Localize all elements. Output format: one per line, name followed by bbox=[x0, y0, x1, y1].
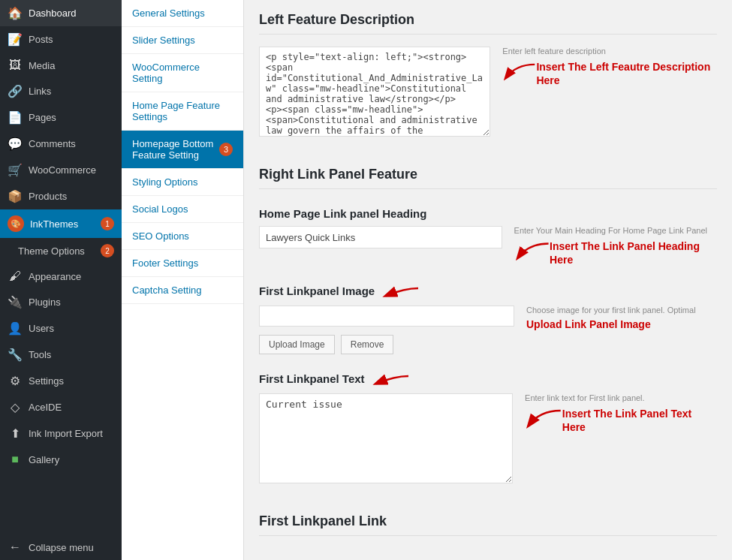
sidebar-item-label: Posts bbox=[29, 34, 53, 45]
first-linkpanel-text-title-text: First Linkpanel Text bbox=[259, 372, 365, 385]
sidebar-item-comments[interactable]: 💬 Comments bbox=[0, 131, 122, 157]
first-linkpanel-text-annotation-text: Insert The Link Panel Text Here bbox=[562, 407, 717, 434]
home-page-link-panel-heading-row: Enter Your Main Heading For Home Page Li… bbox=[259, 226, 717, 266]
first-linkpanel-text-arrow-icon bbox=[372, 372, 410, 387]
first-linkpanel-link-title: First Linkpanel Link bbox=[259, 501, 717, 536]
comments-icon: 💬 bbox=[8, 137, 23, 151]
left-feature-hint: Enter left feature description bbox=[502, 47, 606, 56]
sidebar-item-plugins[interactable]: 🔌 Plugins bbox=[0, 289, 122, 315]
sub-nav-woocommerce-setting[interactable]: WooCommerce Setting bbox=[122, 54, 243, 92]
first-linkpanel-image-hint: Choose image for your first link panel. … bbox=[526, 306, 696, 315]
left-feature-description-textarea[interactable]: <p style="text-align: left;"><strong><sp… bbox=[259, 47, 490, 137]
sub-nav-label: Home Page Feature Settings bbox=[132, 100, 220, 122]
home-page-link-panel-heading-label: Home Page Link panel Heading bbox=[259, 207, 717, 220]
remove-image-button[interactable]: Remove bbox=[341, 335, 394, 354]
link-panel-heading-annotation-text: Insert The Link Panel Heading Here bbox=[550, 239, 717, 266]
first-linkpanel-image-annotation-text: Upload Link Panel Image bbox=[526, 318, 651, 331]
sidebar-item-dashboard[interactable]: 🏠 Dashboard bbox=[0, 0, 122, 26]
sub-nav-label: Captcha Setting bbox=[132, 285, 202, 296]
first-linkpanel-text-arrow-annotation: Insert The Link Panel Text Here bbox=[525, 407, 717, 434]
sidebar-item-settings[interactable]: ⚙ Settings bbox=[0, 368, 122, 394]
sidebar-item-links[interactable]: 🔗 Links bbox=[0, 78, 122, 104]
sub-nav-general-settings[interactable]: General Settings bbox=[122, 0, 243, 27]
first-linkpanel-image-group: First Linkpanel Image Choose image for y… bbox=[259, 285, 717, 354]
sidebar-item-ink-import-export[interactable]: ⬆ Ink Import Export bbox=[0, 420, 122, 447]
sub-nav-home-page-feature-settings[interactable]: Home Page Feature Settings bbox=[122, 92, 243, 131]
sub-nav-styling-options[interactable]: Styling Options bbox=[122, 169, 243, 196]
sub-nav-captcha-setting[interactable]: Captcha Setting bbox=[122, 277, 243, 304]
right-link-panel-feature-group: Right Link Panel Feature bbox=[259, 155, 717, 189]
sub-nav-footer-settings[interactable]: Footer Settings bbox=[122, 250, 243, 277]
settings-icon: ⚙ bbox=[8, 374, 23, 388]
sub-nav-slider-settings[interactable]: Slider Settings bbox=[122, 27, 243, 54]
sub-nav-label: Slider Settings bbox=[132, 35, 195, 46]
sidebar-item-label: WooCommerce bbox=[29, 164, 96, 176]
first-linkpanel-text-label: First Linkpanel Text bbox=[259, 372, 717, 387]
sidebar-item-users[interactable]: 👤 Users bbox=[0, 315, 122, 342]
sub-nav-label: Footer Settings bbox=[132, 257, 198, 269]
sub-nav-homepage-bottom-feature-setting[interactable]: Homepage Bottom Feature Setting 3 bbox=[122, 131, 243, 169]
left-feature-arrow-icon bbox=[502, 60, 536, 83]
plugins-icon: 🔌 bbox=[8, 295, 23, 309]
first-linkpanel-text-arrow-icon2 bbox=[525, 407, 562, 429]
first-linkpanel-image-title-text: First Linkpanel Image bbox=[259, 285, 375, 297]
first-linkpanel-image-row: Choose image for your first link panel. … bbox=[259, 306, 717, 331]
link-panel-heading-annotation-col: Enter Your Main Heading For Home Page Li… bbox=[510, 226, 717, 266]
left-feature-annotation-col: Enter left feature description Insert Th… bbox=[498, 47, 717, 87]
home-page-link-panel-heading-input[interactable] bbox=[259, 226, 502, 248]
sub-nav-seo-options[interactable]: SEO Options bbox=[122, 223, 243, 250]
sidebar-item-posts[interactable]: 📝 Posts bbox=[0, 26, 122, 53]
link-panel-heading-hint: Enter Your Main Heading For Home Page Li… bbox=[514, 226, 707, 235]
sidebar-item-label: Dashboard bbox=[29, 8, 77, 19]
sub-nav-label: SEO Options bbox=[132, 230, 189, 242]
sidebar-item-collapse[interactable]: ← Collapse menu bbox=[0, 534, 122, 560]
sidebar-item-label: Gallery bbox=[29, 454, 59, 465]
first-linkpanel-image-arrow-icon bbox=[382, 285, 420, 300]
media-icon: 🖼 bbox=[8, 59, 23, 72]
sidebar-item-appearance[interactable]: 🖌 Appearance bbox=[0, 263, 122, 289]
link-panel-heading-arrow-annotation: Insert The Link Panel Heading Here bbox=[514, 239, 717, 266]
sidebar-item-acelide[interactable]: ◇ AceIDE bbox=[0, 394, 122, 420]
sidebar-item-gallery[interactable]: ■ Gallery bbox=[0, 447, 122, 472]
upload-image-button[interactable]: Upload Image bbox=[259, 335, 335, 354]
first-linkpanel-text-textarea[interactable]: Current issue bbox=[259, 393, 513, 483]
sub-nav-social-logos[interactable]: Social Logos bbox=[122, 196, 243, 223]
home-page-link-panel-heading-group: Home Page Link panel Heading Enter Your … bbox=[259, 207, 717, 266]
sidebar-item-label: Users bbox=[29, 323, 54, 334]
first-linkpanel-image-label: First Linkpanel Image bbox=[259, 285, 717, 300]
left-feature-description-group: Left Feature Description <p style="text-… bbox=[259, 0, 717, 137]
sub-nav-label: Homepage Bottom Feature Setting bbox=[132, 138, 219, 161]
first-linkpanel-text-group: First Linkpanel Text Current issue Enter… bbox=[259, 372, 717, 483]
first-linkpanel-image-url-input[interactable] bbox=[259, 306, 514, 327]
sub-nav-label: General Settings bbox=[132, 8, 205, 19]
sidebar-item-label: Pages bbox=[29, 112, 56, 123]
sidebar-item-pages[interactable]: 📄 Pages bbox=[0, 104, 122, 131]
sidebar-item-label: Settings bbox=[29, 375, 64, 387]
sidebar-item-label: Ink Import Export bbox=[29, 428, 103, 439]
first-linkpanel-text-row: Current issue Enter link text for First … bbox=[259, 393, 717, 483]
right-link-panel-feature-title: Right Link Panel Feature bbox=[259, 155, 717, 189]
sidebar-item-label: Links bbox=[29, 86, 51, 97]
sidebar-item-label: Appearance bbox=[29, 271, 81, 282]
links-icon: 🔗 bbox=[8, 84, 23, 98]
left-feature-annotation-text: Insert The Left Feautre Description Here bbox=[536, 60, 717, 87]
dashboard-icon: 🏠 bbox=[8, 6, 23, 20]
sidebar-item-woocommerce[interactable]: 🛒 WooCommerce bbox=[0, 157, 122, 183]
sub-nav-badge: 3 bbox=[219, 143, 233, 156]
content-area: Left Feature Description <p style="text-… bbox=[244, 0, 732, 560]
inkthemes-icon: 🎨 bbox=[8, 215, 24, 232]
woocommerce-icon: 🛒 bbox=[8, 163, 23, 177]
appearance-icon: 🖌 bbox=[8, 269, 23, 283]
gallery-icon: ■ bbox=[8, 453, 23, 466]
sidebar-item-products[interactable]: 📦 Products bbox=[0, 183, 122, 209]
left-feature-description-title: Left Feature Description bbox=[259, 0, 717, 35]
sub-nav-label: Styling Options bbox=[132, 176, 197, 188]
sidebar-item-inkthemes[interactable]: 🎨 InkThemes 1 bbox=[0, 209, 122, 238]
sidebar-item-media[interactable]: 🖼 Media bbox=[0, 53, 122, 78]
inkthemes-badge: 1 bbox=[101, 217, 114, 230]
sidebar-item-tools[interactable]: 🔧 Tools bbox=[0, 342, 122, 368]
sidebar-item-theme-options[interactable]: Theme Options 2 bbox=[0, 238, 122, 263]
sidebar-item-label: Theme Options bbox=[18, 245, 85, 257]
sidebar-item-label: Collapse menu bbox=[29, 542, 94, 553]
first-linkpanel-text-hint: Enter link text for First link panel. bbox=[525, 393, 645, 402]
